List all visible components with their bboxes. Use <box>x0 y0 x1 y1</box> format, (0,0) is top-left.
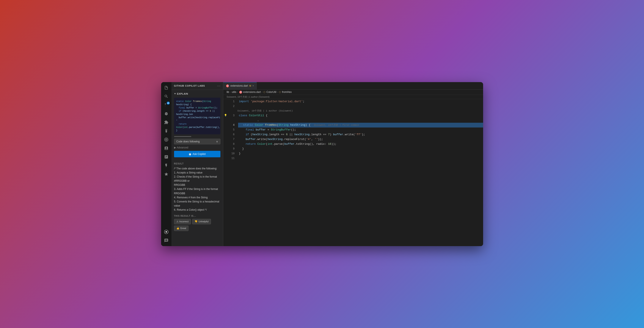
dropdown-arrow: ∨ <box>216 140 218 143</box>
git-info-bar-1: Ssiswent, 19个月前 | 1 author (Ssiswent) <box>223 95 483 99</box>
line-number-1: 1 <box>228 99 238 104</box>
sidebar-header: GITHUB COPILOT LABS ⋯ <box>172 82 223 90</box>
activity-bar: 18 <box>161 82 172 246</box>
breadcrumb-class[interactable]: ColorUtil <box>266 91 276 94</box>
star-icon[interactable] <box>162 170 170 178</box>
incorrect-label: Incorrect <box>180 220 189 223</box>
explain-header[interactable]: ▼ EXPLAIN <box>172 92 223 96</box>
breadcrumb-file[interactable]: extensions.dart <box>243 91 261 94</box>
line-number-3: 3 <box>228 113 238 118</box>
explain-section: ▼ EXPLAIN static Color fromHex(String he… <box>172 90 223 161</box>
git-info-bar-2: Ssiswent, 19个月前 | 1 author (Ssiswent) <box>223 109 483 113</box>
app-window: 18 <box>161 82 483 246</box>
source-control-icon[interactable]: 18 <box>162 101 170 109</box>
table-row: 10 } <box>223 151 483 156</box>
table-row: 6 if (hexString.length == 6 || hexString… <box>223 132 483 137</box>
line-content-3: class ColorUtil { ⌄ <box>238 113 483 123</box>
table-row: 8 return Color(int.parse(buffer.toString… <box>223 142 483 146</box>
svg-point-2 <box>166 231 167 233</box>
great-button[interactable]: 👍 Great <box>174 226 189 231</box>
tab-close-button[interactable]: × <box>252 84 254 87</box>
table-row: 11 <box>223 156 483 161</box>
line-number-6: 6 <box>228 132 238 137</box>
table-row: 9 } <box>223 146 483 151</box>
ask-copilot-icon: ◉ <box>189 152 191 156</box>
explain-dropdown[interactable]: Code does following ∨ <box>174 139 220 144</box>
table-row: 4 static Color fromHex(String hexString)… <box>223 123 483 127</box>
explain-chevron: ▼ <box>174 92 176 95</box>
advanced-label: Advanced <box>177 146 188 149</box>
result-label: RESULT <box>174 162 220 165</box>
line-content-4: static Color fromHex(String hexString) {… <box>238 123 483 127</box>
breadcrumb: lib › utils › 🎯 extensions.dart › ⬡ Colo… <box>223 90 483 95</box>
ask-copilot-label: Ask Copilot <box>192 152 206 155</box>
incorrect-icon: ⚠ <box>176 220 178 223</box>
copilot-sidebar: GITHUB COPILOT LABS ⋯ ▼ EXPLAIN static C… <box>172 82 223 246</box>
line-number-8: 8 <box>228 142 238 146</box>
line-content-10: } <box>238 151 483 156</box>
this-result-label: THIS RESULT IS... <box>174 215 220 217</box>
fold-icon-3[interactable]: ⌄ <box>258 118 259 123</box>
git-info-text-1: Ssiswent, 19个月前 | 1 author (Ssiswent) <box>227 95 270 98</box>
advanced-chevron: ▶ <box>174 146 176 149</box>
table-row: 5 final buffer = StringBuffer(); <box>223 127 483 132</box>
incorrect-button[interactable]: ⚠ Incorrect <box>174 219 191 224</box>
result-section: RESULT /* The code above does the follow… <box>172 161 223 246</box>
tab-file-icon: 🎯 <box>226 84 229 88</box>
breadcrumb-utils[interactable]: utils <box>232 91 236 94</box>
copilot-icon[interactable] <box>162 228 170 236</box>
table-row: 💡 3 class ColorUtil { ⌄ <box>223 113 483 123</box>
tab-modified-marker: M <box>249 85 251 87</box>
lightning-icon[interactable] <box>162 162 170 170</box>
sidebar-more-button[interactable]: ⋯ <box>217 84 220 88</box>
line-content-6: if (hexString.length == 6 || hexString.l… <box>238 132 483 137</box>
great-label: Great <box>180 227 186 229</box>
extensions-icon[interactable] <box>162 118 170 126</box>
debug-icon[interactable] <box>162 110 170 117</box>
explain-label: EXPLAIN <box>177 92 188 95</box>
flask-icon[interactable] <box>162 127 170 135</box>
code-editor[interactable]: 1 import 'package:flutter/material.dart'… <box>223 99 483 246</box>
tab-bar: 🎯 extensions.dart M × <box>223 82 483 90</box>
line-content-7: buffer.write(hexString.replaceFirst('#',… <box>238 137 483 142</box>
ask-copilot-button[interactable]: ◉ Ask Copilot <box>174 151 220 157</box>
line-number-7: 7 <box>228 137 238 142</box>
unhelpful-icon: 👎 <box>194 220 198 223</box>
line-number-2: 2 <box>228 104 238 109</box>
dropdown-label: Code does following <box>176 140 200 143</box>
line-number-4: 4 <box>228 123 238 127</box>
editor-area: 🎯 extensions.dart M × lib › utils › 🎯 ex… <box>223 82 483 246</box>
feedback-buttons: ⚠ Incorrect 👎 Unhelpful 👍 Great <box>174 219 220 231</box>
table-row: 7 buffer.write(hexString.replaceFirst('#… <box>223 137 483 142</box>
line-content-11 <box>238 156 483 161</box>
line-number-10: 10 <box>228 151 238 156</box>
breadcrumb-lib[interactable]: lib <box>227 91 229 94</box>
table-row: 2 <box>223 104 483 109</box>
line-content-9: } <box>238 146 483 151</box>
chat-icon[interactable] <box>162 237 170 244</box>
source-control-badge: 18 <box>167 102 170 105</box>
line-number-9: 9 <box>228 146 238 151</box>
result-text: /* The code above does the following: 1.… <box>174 167 220 212</box>
scrollbar-hint[interactable] <box>174 136 191 137</box>
advanced-row[interactable]: ▶ Advanced <box>174 146 220 149</box>
active-tab[interactable]: 🎯 extensions.dart M × <box>223 82 257 89</box>
line-content-5: final buffer = StringBuffer(); <box>238 127 483 132</box>
remote-icon[interactable] <box>162 136 170 143</box>
timeline-icon[interactable] <box>162 144 170 152</box>
line-content-8: return Color(int.parse(buffer.toString()… <box>238 142 483 146</box>
code-preview: static Color fromHex(String hexString) {… <box>174 98 220 134</box>
search-icon[interactable] <box>162 92 170 100</box>
line-number-5: 5 <box>228 127 238 132</box>
line-content-2 <box>238 104 483 109</box>
unhelpful-button[interactable]: 👎 Unhelpful <box>192 219 211 224</box>
table-row: 1 import 'package:flutter/material.dart'… <box>223 99 483 104</box>
git-annotation-4: Ssiswent, 19个月前 • first commit <box>314 123 359 127</box>
dropdown-row: Code does following ∨ <box>174 139 220 144</box>
analytics-icon[interactable] <box>162 153 170 161</box>
files-icon[interactable] <box>162 84 170 92</box>
breadcrumb-method[interactable]: fromHex <box>282 91 292 94</box>
tab-filename: extensions.dart <box>230 84 248 87</box>
line-content-1: import 'package:flutter/material.dart'; <box>238 99 483 104</box>
great-icon: 👍 <box>176 227 180 230</box>
